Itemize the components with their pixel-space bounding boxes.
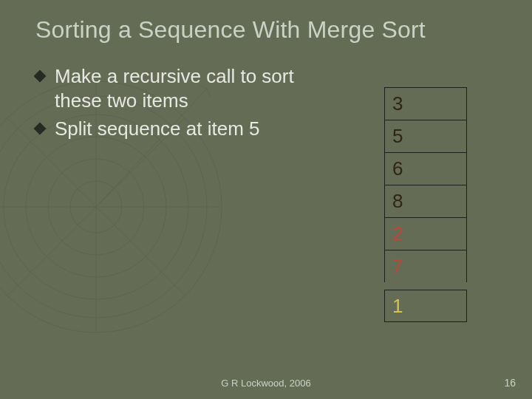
- sequence-cell: 6: [384, 152, 467, 185]
- sequence-cell: 3: [384, 87, 467, 120]
- sequence-cell: 2: [384, 217, 467, 250]
- sequence-cell: 7: [384, 250, 467, 282]
- diamond-bullet-icon: [34, 123, 47, 135]
- bullet-list: Make a recursive call to sort these two …: [35, 64, 301, 146]
- slide-container: Sorting a Sequence With Merge Sort Make …: [0, 0, 532, 399]
- bullet-item: Make a recursive call to sort these two …: [35, 64, 301, 112]
- sequence-cell: 1: [384, 290, 467, 322]
- footer-credit: G R Lockwood, 2006: [0, 378, 532, 389]
- bullet-item: Split sequence at item 5: [35, 117, 301, 141]
- bullet-text: Make a recursive call to sort these two …: [55, 65, 294, 112]
- sequence-cell: 5: [384, 120, 467, 152]
- bullet-text: Split sequence at item 5: [55, 117, 260, 140]
- sequence-column: 3568271: [384, 87, 467, 322]
- slide-title: Sorting a Sequence With Merge Sort: [35, 16, 511, 44]
- page-number: 16: [504, 377, 516, 389]
- diamond-bullet-icon: [34, 70, 47, 83]
- sequence-cell: 8: [384, 185, 467, 217]
- sequence-gap: [384, 282, 467, 290]
